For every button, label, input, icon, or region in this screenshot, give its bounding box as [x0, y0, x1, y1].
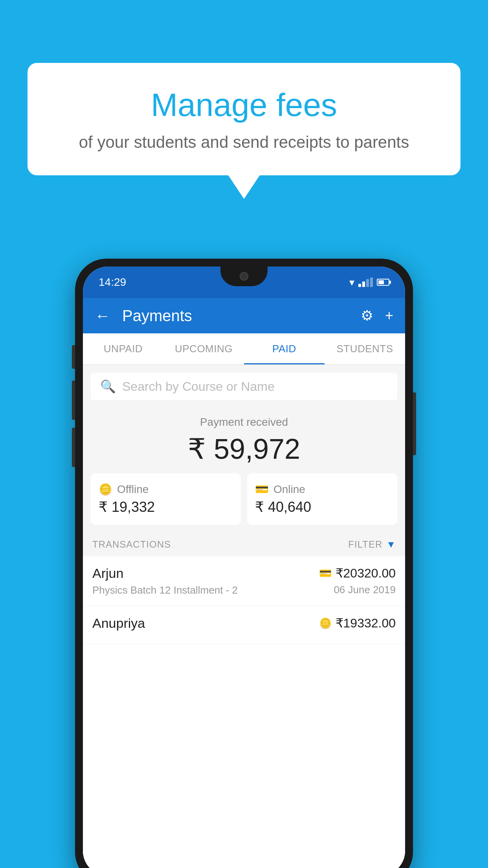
- phone-side-button-1: [72, 345, 75, 369]
- transactions-label: TRANSACTIONS: [92, 539, 171, 550]
- phone-screen: 14:29 ▾ ← Payments ⚙: [83, 267, 405, 868]
- payment-received-section: Payment received ₹ 59,972: [83, 404, 405, 473]
- tab-upcoming[interactable]: UPCOMING: [163, 333, 244, 364]
- phone-frame: 14:29 ▾ ← Payments ⚙: [75, 259, 413, 868]
- header-icons: ⚙ +: [361, 307, 393, 324]
- signal-bar-3: [366, 279, 369, 287]
- transactions-header: TRANSACTIONS FILTER ▼: [83, 533, 405, 556]
- transaction-course-arjun: Physics Batch 12 Installment - 2: [92, 584, 319, 596]
- online-amount: ₹ 40,640: [255, 499, 311, 515]
- battery-icon: [377, 279, 389, 286]
- speech-bubble-container: Manage fees of your students and send re…: [28, 63, 460, 199]
- transaction-amount-anupriya: ₹19332.00: [336, 616, 396, 631]
- offline-payment-card: 🪙 Offline ₹ 19,332: [91, 473, 241, 525]
- transaction-right-arjun: 💳 ₹20320.00 06 June 2019: [319, 566, 396, 596]
- payment-total-amount: ₹ 59,972: [91, 432, 397, 465]
- online-label: Online: [273, 483, 305, 496]
- speech-bubble: Manage fees of your students and send re…: [28, 63, 460, 175]
- online-card-header: 💳 Online: [255, 483, 305, 496]
- transaction-item-arjun[interactable]: Arjun Physics Batch 12 Installment - 2 💳…: [83, 556, 405, 606]
- transaction-name-anupriya: Anupriya: [92, 616, 319, 631]
- signal-bars: [358, 278, 373, 287]
- transaction-amount-arjun: ₹20320.00: [336, 566, 396, 581]
- content-area: 🔍 Search by Course or Name Payment recei…: [83, 365, 405, 868]
- transaction-item-anupriya[interactable]: Anupriya 🪙 ₹19332.00: [83, 606, 405, 644]
- notch-cutout: [220, 267, 268, 286]
- camera-dot: [240, 272, 248, 281]
- status-icons: ▾: [349, 276, 389, 289]
- add-icon[interactable]: +: [385, 307, 393, 324]
- search-placeholder-text: Search by Course or Name: [122, 379, 275, 394]
- phone-side-button-2: [72, 381, 75, 420]
- tab-paid[interactable]: PAID: [244, 333, 325, 364]
- speech-bubble-subtitle: of your students and send receipts to pa…: [59, 133, 429, 152]
- transaction-amount-row-arjun: 💳 ₹20320.00: [319, 566, 396, 581]
- transaction-left-anupriya: Anupriya: [92, 616, 319, 634]
- transaction-amount-row-anupriya: 🪙 ₹19332.00: [319, 616, 396, 631]
- phone-side-button-3: [72, 428, 75, 467]
- wifi-icon: ▾: [349, 276, 354, 289]
- payment-cards: 🪙 Offline ₹ 19,332 💳 Online ₹ 40,640: [83, 473, 405, 533]
- search-icon: 🔍: [100, 379, 116, 394]
- battery-fill: [378, 280, 384, 284]
- offline-amount: ₹ 19,332: [99, 499, 155, 515]
- filter-icon: ▼: [386, 539, 396, 550]
- signal-bar-1: [358, 284, 361, 287]
- transaction-left-arjun: Arjun Physics Batch 12 Installment - 2: [92, 566, 319, 596]
- back-button[interactable]: ←: [95, 307, 110, 325]
- transaction-date-arjun: 06 June 2019: [334, 584, 396, 596]
- speech-bubble-arrow: [228, 175, 260, 199]
- filter-section[interactable]: FILTER ▼: [348, 539, 396, 550]
- filter-label: FILTER: [348, 539, 382, 550]
- transaction-card-icon-arjun: 💳: [319, 567, 332, 579]
- status-time: 14:29: [99, 276, 126, 289]
- signal-bar-2: [362, 281, 365, 287]
- tab-students[interactable]: STUDENTS: [325, 333, 405, 364]
- tab-unpaid[interactable]: UNPAID: [83, 333, 163, 364]
- transaction-right-anupriya: 🪙 ₹19332.00: [319, 616, 396, 631]
- online-payment-icon: 💳: [255, 483, 269, 496]
- offline-card-header: 🪙 Offline: [99, 483, 149, 496]
- offline-payment-icon: 🪙: [99, 483, 112, 496]
- online-payment-card: 💳 Online ₹ 40,640: [247, 473, 397, 525]
- offline-label: Offline: [117, 483, 149, 496]
- header-title: Payments: [122, 307, 361, 325]
- search-container[interactable]: 🔍 Search by Course or Name: [91, 373, 397, 400]
- speech-bubble-title: Manage fees: [59, 86, 429, 123]
- tabs-container: UNPAID UPCOMING PAID STUDENTS: [83, 333, 405, 365]
- payment-received-label: Payment received: [91, 416, 397, 428]
- app-header: ← Payments ⚙ +: [83, 298, 405, 333]
- settings-icon[interactable]: ⚙: [361, 307, 373, 324]
- transaction-card-icon-anupriya: 🪙: [319, 617, 332, 629]
- transaction-list: Arjun Physics Batch 12 Installment - 2 💳…: [83, 556, 405, 868]
- status-bar: 14:29 ▾: [83, 267, 405, 298]
- phone-side-button-right: [413, 392, 416, 455]
- signal-bar-4: [370, 278, 373, 287]
- transaction-name-arjun: Arjun: [92, 566, 319, 581]
